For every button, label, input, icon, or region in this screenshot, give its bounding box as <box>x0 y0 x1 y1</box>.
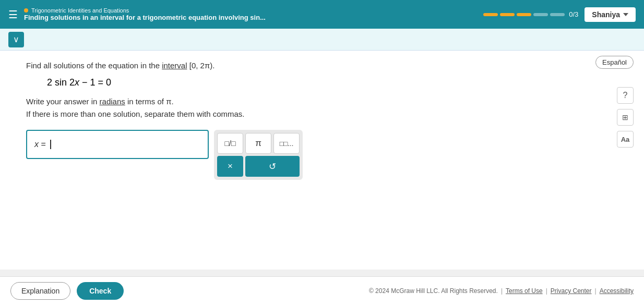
footer-left: Explanation Check <box>10 282 124 300</box>
progress-seg-1 <box>483 13 498 16</box>
input-prefix: x = <box>34 140 46 149</box>
clear-key[interactable]: × <box>217 156 243 177</box>
collapse-button[interactable]: ∨ <box>8 32 24 47</box>
topic-dot <box>24 8 28 13</box>
main-content: Español ? ⊞ Aa Find all solutions of the… <box>0 51 644 270</box>
instruction-prefix: Write your answer in <box>26 97 97 106</box>
collapse-icon: ∨ <box>13 34 19 44</box>
subheader: ∨ <box>0 29 644 51</box>
keyboard-row-2: × ↺ <box>217 156 300 177</box>
explanation-button[interactable]: Explanation <box>10 282 70 300</box>
radians-link[interactable]: radians <box>100 97 125 106</box>
header-text: Trigonometric Identities and Equations F… <box>24 7 477 21</box>
problem-statement: Find all solutions of the equation in th… <box>26 61 618 70</box>
progress-seg-5 <box>550 13 565 16</box>
answer-input-container[interactable]: x = <box>26 130 209 159</box>
header-topic: Trigonometric Identities and Equations <box>24 7 477 14</box>
equation-text: 2 sin 2x − 1 = 0 <box>47 77 111 88</box>
dots-key[interactable]: □□... <box>273 133 300 154</box>
privacy-link[interactable]: Privacy Center <box>551 287 592 295</box>
espanol-button[interactable]: Español <box>595 56 634 69</box>
interval-link[interactable]: interval <box>162 61 187 70</box>
progress-label: 0/3 <box>569 10 578 18</box>
progress-seg-3 <box>517 13 531 16</box>
keyboard-row-1: □/□ π □□... <box>217 133 300 154</box>
header: ☰ Trigonometric Identities and Equations… <box>0 0 644 29</box>
grid-icon: ⊞ <box>622 113 628 121</box>
header-title: Finding solutions in an interval for a t… <box>24 14 477 21</box>
input-cursor <box>50 140 51 149</box>
undo-key[interactable]: ↺ <box>245 156 300 177</box>
problem-interval: [0, 2π). <box>189 61 215 70</box>
input-row: x = □/□ π □□... × ↺ <box>26 130 618 180</box>
equation: 2 sin 2x − 1 = 0 <box>47 77 618 88</box>
undo-icon: ↺ <box>269 161 276 172</box>
dots-icon: □□... <box>280 140 294 148</box>
progress-area: 0/3 <box>483 10 578 18</box>
hamburger-icon[interactable]: ☰ <box>8 8 18 21</box>
clear-icon: × <box>228 161 233 172</box>
check-button[interactable]: Check <box>77 282 124 300</box>
pi-symbol: π <box>255 138 261 149</box>
progress-bars <box>483 13 565 16</box>
help-button[interactable]: ? <box>617 87 634 104</box>
grid-button[interactable]: ⊞ <box>617 109 634 126</box>
progress-seg-2 <box>500 13 515 16</box>
terms-link[interactable]: Terms of Use <box>506 287 543 295</box>
chevron-down-icon <box>623 13 628 16</box>
footer: Explanation Check © 2024 McGraw Hill LLC… <box>0 276 644 305</box>
instruction-suffix: in terms of π. <box>127 97 174 106</box>
copyright-text: © 2024 McGraw Hill LLC. All Rights Reser… <box>369 287 498 295</box>
fraction-key[interactable]: □/□ <box>217 133 243 154</box>
problem-prefix: Find all solutions of the equation in th… <box>26 61 160 70</box>
math-keyboard: □/□ π □□... × ↺ <box>214 130 303 180</box>
instruction-line2: If there is more than one solution, sepa… <box>26 109 245 118</box>
help-icon: ? <box>623 91 628 100</box>
progress-seg-4 <box>533 13 548 16</box>
user-menu-button[interactable]: Shaniya <box>585 7 636 22</box>
footer-copyright: © 2024 McGraw Hill LLC. All Rights Reser… <box>369 287 634 295</box>
fraction-icon: □/□ <box>225 139 236 148</box>
right-icons: ? ⊞ Aa <box>617 87 634 148</box>
topic-label: Trigonometric Identities and Equations <box>31 7 129 14</box>
accessibility-link[interactable]: Accessibility <box>600 287 634 295</box>
user-name: Shaniya <box>592 10 620 19</box>
pi-key[interactable]: π <box>245 133 271 154</box>
text-size-button[interactable]: Aa <box>617 131 634 148</box>
text-icon: Aa <box>621 136 630 143</box>
instruction-text: Write your answer in radians in terms of… <box>26 95 618 120</box>
